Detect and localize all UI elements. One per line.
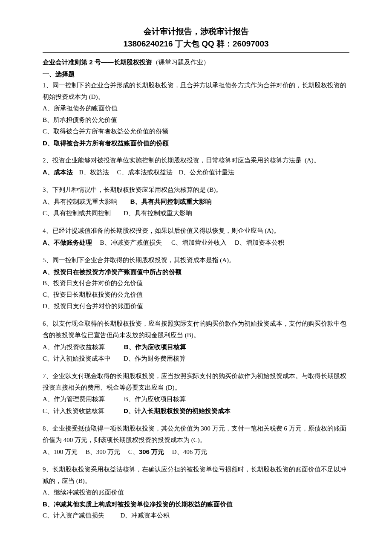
q5-option-d: D、投资日支付合并对价的账面价值 [43,301,349,312]
q5-option-a: A、投资日在被投资方净资产账面值中所占的份额 [43,266,349,278]
question-5: 5、同一控制下企业合并取得的长期股权投资，其投资成本是指 (A)。 A、投资日在… [43,254,349,312]
question-3: 3、下列几种情况中，长期股权投资应采用权益法核算的是 (B)。 A、具有控制或无… [43,184,349,219]
q1-option-b: B、所承担债务的公允价值 [43,114,349,126]
q6-options-ab: A、作为投资收益核算 B、作为应收项目核算 [43,341,349,353]
q9-option-a: A、继续冲减投资的账面价值 [43,487,349,498]
q5-text: 5、同一控制下企业合并取得的长期股权投资，其投资成本是指 (A)。 [43,254,349,266]
header-divider [43,52,349,53]
q7-options-ab: A、作为管理费用核算 B、作为应收项目核算 [43,393,349,405]
document-title: 企业会计准则第 2 号——长期股权投资（课堂习题及作业） [43,56,349,68]
q1-text: 1、同一控制下的企业合并形成的长期股权投资，且合并方以承担债务方式作为合并对价的… [43,80,349,103]
question-8: 8、企业接受抵债取得一项长期股权投资，其公允价值为 300 万元，支付一笔相关税… [43,423,349,458]
section-heading: 一、选择题 [43,68,349,80]
q7-text: 7、企业以支付现金取得的长期股权投资，应当按照实际支付的购买价款作为初始投资成本… [43,370,349,393]
q7-option-c: C、计入投资收益核算 [43,408,124,414]
q2-options-rest: B、权益法 C、成本法或权益法 D、公允价值计量法 [73,169,235,176]
question-9: 9、长期股权投资采用权益法核算，在确认应分担的被投资单位亏损额时，长期股权投资的… [43,464,349,521]
document-title-bold: 企业会计准则第 2 号——长期股权投资 [43,58,152,66]
q2-text: 2、投资企业能够对被投资单位实施控制的长期股权投资，日常核算时应当采用的核算方法… [43,155,349,166]
q8-text: 8、企业接受抵债取得一项长期股权投资，其公允价值为 300 万元，支付一笔相关税… [43,423,349,446]
q1-option-c: C、取得被合并方所有者权益公允价值的份额 [43,126,349,137]
q4-options-rest: B、冲减资产减值损失 C、增加营业外收入 D、增加资本公积 [92,239,284,246]
q3-text: 3、下列几种情况中，长期股权投资应采用权益法核算的是 (B)。 [43,184,349,196]
q3-options-ab: A、具有控制或无重大影响 B、具有共同控制或重大影响 [43,196,349,208]
q1-option-d: D、取得被合并方所有者权益账面价值的份额 [43,137,349,149]
question-4: 4、已经计提减值准备的长期股权投资，如果以后价值又得以恢复，则企业应当 (A)。… [43,225,349,249]
page-header: 会计审计报告，涉税审计报告 13806240216 丁大包 QQ 群：26097… [43,26,349,50]
question-1: 1、同一控制下的企业合并形成的长期股权投资，且合并方以承担债务方式作为合并对价的… [43,80,349,149]
header-line-2: 13806240216 丁大包 QQ 群：26097003 [43,38,349,50]
question-6: 6、以支付现金取得的长期股权投资，应当按照实际支付的购买价款作为初始投资成本，支… [43,318,349,364]
q6-options-cd: C、计入初始投资成本中 D、作为财务费用核算 [43,353,349,364]
q4-text: 4、已经计提减值准备的长期股权投资，如果以后价值又得以恢复，则企业应当 (A)。 [43,225,349,237]
q3-options-cd: C、具有控制或共同控制 D、具有控制或重大影响 [43,208,349,219]
q2-option-a: A、成本法 [43,168,73,176]
q9-text: 9、长期股权投资采用权益法核算，在确认应分担的被投资单位亏损额时，长期股权投资的… [43,464,349,487]
q3-option-b: B、具有共同控制或重大影响 [130,198,212,205]
q4-option-a: A、不做账务处理 [43,239,92,246]
document-title-suffix: （课堂习题及作业） [152,59,210,66]
q6-text: 6、以支付现金取得的长期股权投资，应当按照实际支付的购买价款作为初始投资成本，支… [43,318,349,341]
q8-option-c: 306 万元 [139,448,164,455]
q8-option-d: D、406 万元 [164,448,207,455]
q8-options: A、100 万元 B、300 万元 C、306 万元 D、406 万元 [43,446,349,458]
q6-option-b: B、作为应收项目核算 [124,343,186,350]
question-7: 7、企业以支付现金取得的长期股权投资，应当按照实际支付的购买价款作为初始投资成本… [43,370,349,417]
q7-option-d: D、计入长期股权投资的初始投资成本 [124,407,231,414]
q5-option-b: B、投资日支付合并对价的公允价值 [43,278,349,289]
q6-option-a: A、作为投资收益核算 [43,344,124,350]
q7-options-cd: C、计入投资收益核算 D、计入长期股权投资的初始投资成本 [43,405,349,417]
q9-option-b: B、冲减其他实质上构成对被投资单位净投资的长期权益的账面价值 [43,498,349,510]
question-2: 2、投资企业能够对被投资单位实施控制的长期股权投资，日常核算时应当采用的核算方法… [43,155,349,178]
q1-option-a: A、所承担债务的账面价值 [43,103,349,114]
q5-option-c: C、投资日长期股权投资的公允价值 [43,289,349,301]
q2-options: A、成本法 B、权益法 C、成本法或权益法 D、公允价值计量法 [43,166,349,178]
q3-option-a: A、具有控制或无重大影响 [43,198,130,205]
header-line-1: 会计审计报告，涉税审计报告 [43,26,349,38]
q8-options-ab: A、100 万元 B、300 万元 C、 [43,448,139,455]
q4-options: A、不做账务处理 B、冲减资产减值损失 C、增加营业外收入 D、增加资本公积 [43,237,349,249]
q9-options-cd: C、计入资产减值损失 D、冲减资本公积 [43,510,349,521]
